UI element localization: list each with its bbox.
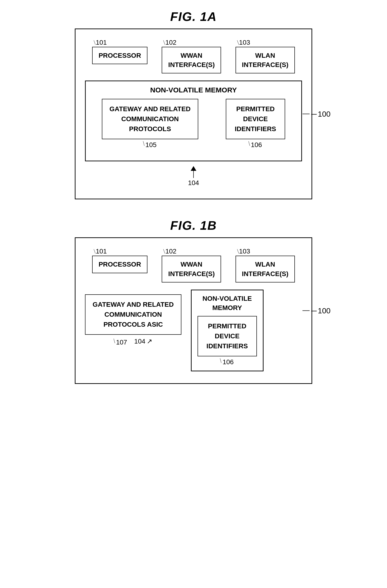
fig1b-gateway-wrapper: GATEWAY AND RELATEDCOMMUNICATIONPROTOCOL… <box>85 294 181 346</box>
fig1b-nvm-title: NON-VOLATILEMEMORY <box>203 294 252 313</box>
fig1a-nvm-inner: GATEWAY AND RELATEDCOMMUNICATIONPROTOCOL… <box>93 99 294 149</box>
fig1b-gateway-label: GATEWAY AND RELATEDCOMMUNICATIONPROTOCOL… <box>93 301 174 328</box>
fig1a-wwan-label: WWANINTERFACE(S) <box>168 52 215 68</box>
fig1a-ref-104: 104 <box>188 179 199 187</box>
fig1a-arrowhead <box>191 166 196 171</box>
fig1a-wlan-box: WLANINTERFACE(S) <box>236 47 295 73</box>
fig1b-gateway-box: GATEWAY AND RELATEDCOMMUNICATIONPROTOCOL… <box>85 294 181 335</box>
fig1b-outer-box: 101 PROCESSOR 102 WWANINTERFACE(S) <box>75 237 312 384</box>
figure-1a: FIG. 1A 101 PROCESSOR 102 <box>75 9 312 199</box>
fig1b-ref-107: 107 <box>116 338 127 346</box>
fig1b-permitted-label: PERMITTEDDEVICEIDENTIFIERS <box>206 322 248 350</box>
fig1a-arrow-104: 104 <box>85 166 302 187</box>
fig1b-ref-102: 102 <box>165 248 176 255</box>
fig1a-wlan-wrapper: 103 WLANINTERFACE(S) <box>236 39 295 73</box>
fig1a-permitted-label: PERMITTEDDEVICEIDENTIFIERS <box>235 105 276 133</box>
fig1a-wwan-box: WWANINTERFACE(S) <box>162 47 221 73</box>
fig1b-ref-103: 103 <box>239 248 250 255</box>
fig1b-wwan-box: WWANINTERFACE(S) <box>162 256 221 282</box>
page-container: FIG. 1A 101 PROCESSOR 102 <box>51 9 336 384</box>
fig1a-processor-label: PROCESSOR <box>99 52 141 59</box>
fig1a-outer-box: 101 PROCESSOR 102 WWANINTERFACE(S) <box>75 28 312 199</box>
fig1a-permitted-wrapper: PERMITTEDDEVICEIDENTIFIERS 106 <box>226 99 285 149</box>
fig1a-wwan-wrapper: 102 WWANINTERFACE(S) <box>162 39 221 73</box>
fig1b-top-row: 101 PROCESSOR 102 WWANINTERFACE(S) <box>85 245 302 282</box>
fig1a-ref-102: 102 <box>165 39 176 46</box>
fig1b-processor-box: PROCESSOR <box>92 256 147 273</box>
fig1b-ref-101: 101 <box>96 248 107 255</box>
fig1a-gateway-wrapper: GATEWAY AND RELATEDCOMMUNICATIONPROTOCOL… <box>102 99 198 149</box>
fig1b-ref-100: ─ 100 <box>303 306 330 315</box>
fig1a-processor-box: PROCESSOR <box>92 47 147 64</box>
fig1a-title: FIG. 1A <box>75 9 312 24</box>
fig1a-ref-105: 105 <box>145 141 157 149</box>
fig1b-processor-label: PROCESSOR <box>99 261 141 268</box>
fig1a-arrow-line <box>193 171 194 178</box>
fig1a-processor-wrapper: 101 PROCESSOR <box>92 39 147 64</box>
fig1a-ref-101: 101 <box>96 39 107 46</box>
fig1b-processor-wrapper: 101 PROCESSOR <box>92 248 147 273</box>
fig1a-top-row: 101 PROCESSOR 102 WWANINTERFACE(S) <box>85 36 302 73</box>
fig1b-nvm-box: NON-VOLATILEMEMORY PERMITTEDDEVICEIDENTI… <box>191 290 264 371</box>
fig1a-permitted-box: PERMITTEDDEVICEIDENTIFIERS <box>226 99 285 139</box>
fig1a-wlan-label: WLANINTERFACE(S) <box>242 52 288 68</box>
fig1a-nvm-box: NON-VOLATILE MEMORY GATEWAY AND RELATEDC… <box>85 81 302 161</box>
fig1b-wwan-label: WWANINTERFACE(S) <box>168 261 215 277</box>
fig1b-arrow-104: ↗ <box>147 337 152 345</box>
fig1a-nvm-title: NON-VOLATILE MEMORY <box>93 86 294 94</box>
fig1b-ref-104: 104 <box>134 337 145 345</box>
fig1a-gateway-box: GATEWAY AND RELATEDCOMMUNICATIONPROTOCOL… <box>102 99 198 139</box>
fig1b-title: FIG. 1B <box>75 218 312 232</box>
fig1b-ref-106: 106 <box>223 358 234 366</box>
fig1a-ref-103: 103 <box>239 39 250 46</box>
fig1a-ref-106: 106 <box>251 141 262 149</box>
fig1a-gateway-label: GATEWAY AND RELATEDCOMMUNICATIONPROTOCOL… <box>109 105 191 133</box>
figure-1b: FIG. 1B 101 PROCESSOR 102 <box>75 218 312 384</box>
fig1b-100-label: ─ <box>311 306 317 315</box>
fig1a-100-label: ─ <box>311 109 317 118</box>
fig1b-wlan-label: WLANINTERFACE(S) <box>242 261 288 277</box>
fig1b-wlan-wrapper: 103 WLANINTERFACE(S) <box>236 248 295 282</box>
fig1a-ref-100: ─ 100 <box>303 109 330 118</box>
fig1b-middle-row: GATEWAY AND RELATEDCOMMUNICATIONPROTOCOL… <box>85 290 302 371</box>
fig1b-permitted-box: PERMITTEDDEVICEIDENTIFIERS <box>198 316 257 356</box>
fig1b-wwan-wrapper: 102 WWANINTERFACE(S) <box>162 248 221 282</box>
fig1b-wlan-box: WLANINTERFACE(S) <box>236 256 295 282</box>
fig1b-permitted-wrapper: PERMITTEDDEVICEIDENTIFIERS 106 <box>198 316 257 366</box>
